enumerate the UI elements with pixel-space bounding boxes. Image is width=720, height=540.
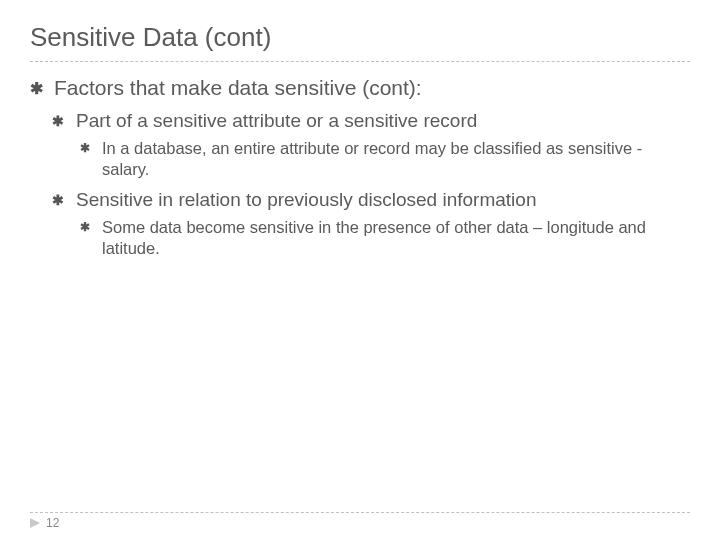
- bullet-level2: ✱ Sensitive in relation to previously di…: [30, 189, 690, 211]
- l2b-text: Sensitive in relation to previously disc…: [76, 189, 690, 211]
- bullet-level2: ✱ Part of a sensitive attribute or a sen…: [30, 110, 690, 132]
- slide: Sensitive Data (cont) ✱ Factors that mak…: [0, 0, 720, 540]
- asterisk-icon: ✱: [52, 113, 66, 130]
- l3a-text: In a database, an entire attribute or re…: [102, 138, 690, 179]
- bullet-level1: ✱ Factors that make data sensitive (cont…: [30, 76, 690, 100]
- l2a-text: Part of a sensitive attribute or a sensi…: [76, 110, 690, 132]
- asterisk-icon: ✱: [80, 220, 92, 234]
- footer-divider: [30, 512, 690, 513]
- title-divider: [30, 61, 690, 62]
- svg-marker-0: [30, 518, 40, 528]
- l3b-text: Some data become sensitive in the presen…: [102, 217, 690, 258]
- bullet-level3: ✱ In a database, an entire attribute or …: [30, 138, 690, 179]
- triangle-icon: [30, 518, 40, 528]
- slide-footer: 12: [30, 512, 690, 530]
- l1-text: Factors that make data sensitive (cont):: [54, 76, 690, 100]
- asterisk-icon: ✱: [30, 79, 44, 98]
- page-number: 12: [46, 516, 59, 530]
- slide-title: Sensitive Data (cont): [30, 22, 690, 53]
- bullet-level3: ✱ Some data become sensitive in the pres…: [30, 217, 690, 258]
- asterisk-icon: ✱: [52, 192, 66, 209]
- asterisk-icon: ✱: [80, 141, 92, 155]
